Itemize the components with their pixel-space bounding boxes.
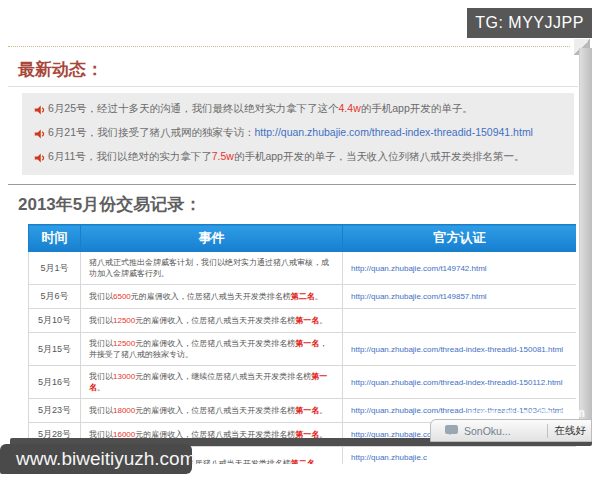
news-highlight: 4.4w [339,102,361,114]
cell-event: 我们以12500元的雇佣收入，位居猪八戒当天开发类排名榜第一名，并接受了猪八戒的… [81,333,343,366]
event-text: 。 [319,316,327,325]
cert-link[interactable]: http://quan.zhubajie.c html [351,453,427,464]
cell-event: 我们以12500元的雇佣收入，位居猪八戒当天开发类排名榜第一名。 [81,309,343,333]
top-dotted-divider [8,46,570,47]
cert-link[interactable]: http://quan.zhubajie.com/thread-index-th… [351,378,563,387]
event-text: 元的雇佣收入，位居猪八戒当天开发类排名榜 [135,406,295,415]
cell-time: 5月23号 [29,399,81,423]
cell-cert: http://quan.zhubajie.com/t149742.html [343,252,577,285]
table-row: 5月10号我们以12500元的雇佣收入，位居猪八戒当天开发类排名榜第一名。 [29,309,577,333]
cell-time: 5月15号 [29,333,81,366]
news-highlight: 7.5w [212,150,234,162]
event-text: 。 [315,292,323,301]
table-header-row: 时间 事件 官方认证 [29,225,577,252]
event-highlight: 第一名 [295,339,319,348]
event-text: 元的雇佣收入，位居猪八戒当天开发类排名榜 [131,292,291,301]
news-text: 6月11号，我们以绝对的实力拿下了7.5w的手机app开发的单子，当天收入位列猪… [48,146,524,166]
event-text: 。 [315,459,323,465]
cell-time: 5月1号 [29,252,81,285]
speaker-icon [34,122,48,146]
column-header-cert: 官方认证 [343,225,577,252]
event-text: 元的雇佣收入，位居猪八戒当天开发类排名榜 [135,316,295,325]
event-highlight: 6500 [113,292,131,301]
event-highlight: 第二名 [291,459,315,465]
cert-link[interactable]: http://quan.zhubajie.com/t149857.html [351,292,487,301]
chat-online-status: 在线好 [555,424,587,438]
table-row: 5月6号我们以6500元的雇佣收入，位居猪八戒当天开发类排名榜第二名。http:… [29,285,577,309]
news-link[interactable]: http://quan.zhubajie.com/thread-index-th… [255,126,533,138]
news-section-title: 最新动态： [8,48,578,87]
event-text: 我们以 [89,316,113,325]
records-section-title: 2013年5月份交易记录： [8,185,578,220]
event-text: 。 [319,406,327,415]
cell-cert: http://quan.zhubajie.com/thread-index-th… [343,366,577,399]
table-row: 5月1号猪八戒正式推出金牌威客计划，我们以绝对实力通过猪八戒审核，成功加入金牌威… [29,252,577,285]
column-header-time: 时间 [29,225,81,252]
event-highlight: 13000 [113,372,135,381]
cell-cert: http://quan.zhubajie.c html [343,447,577,465]
news-text: 6月25号，经过十多天的沟通，我们最终以绝对实力拿下了这个4.4w的手机app开… [48,98,473,118]
news-item: 6月21号，我们接受了猪八戒网的独家专访：http://quan.zhubaji… [34,122,562,146]
event-text: 我们以 [89,372,113,381]
tg-contact-badge: TG: MYYJJPP [467,8,592,38]
speaker-icon [34,146,48,170]
chat-contact-name[interactable]: SonOku... [464,425,547,437]
event-text: 我们以 [89,406,113,415]
event-text: 我们以 [89,339,113,348]
event-highlight: 18000 [113,406,135,415]
news-box: 6月25号，经过十多天的沟通，我们最终以绝对实力拿下了这个4.4w的手机app开… [22,93,574,175]
news-text: 的手机app开发的单子。 [361,102,473,114]
cert-link[interactable]: http://quan.zhubajie.com/t149742.html [351,264,487,273]
cell-event: 猪八戒正式推出金牌威客计划，我们以绝对实力通过猪八戒审核，成功加入金牌威客行列。 [81,252,343,285]
event-text: 元的雇佣收入，继续位居猪八戒当天开发类排名榜 [135,372,311,381]
chat-bar-divider [547,424,548,438]
cell-time: 5月10号 [29,309,81,333]
cell-cert: http://quan.zhubajie.com/t149857.html [343,285,577,309]
cell-event: 我们以18000元的雇佣收入，位居猪八戒当天开发类排名榜第一名。 [81,399,343,423]
cell-time: 5月16号 [29,366,81,399]
news-text: 6月25号，经过十多天的沟通，我们最终以绝对实力拿下了这个 [48,102,339,114]
scrollbar[interactable] [579,48,592,440]
event-highlight: 第一名 [295,316,319,325]
event-highlight: 第二名 [291,292,315,301]
cell-cert: http://quan.zhubajie.com/thread-index-th… [343,333,577,366]
news-text: 6月21号，我们接受了猪八戒网的独家专访：http://quan.zhubaji… [48,122,533,142]
news-item: 6月11号，我们以绝对的实力拿下了7.5w的手机app开发的单子，当天收入位列猪… [34,146,562,170]
cell-event: 我们以13000元的雇佣收入，继续位居猪八戒当天开发类排名榜第一名。 [81,366,343,399]
cell-time: 5月6号 [29,285,81,309]
cell-event: 我们以6500元的雇佣收入，位居猪八戒当天开发类排名榜第二名。 [81,285,343,309]
event-highlight: 第一名 [295,406,319,415]
chat-bubble-icon [445,425,458,434]
event-text: 我们以 [89,292,113,301]
event-highlight: 12500 [113,339,135,348]
chat-widget-bar[interactable]: SonOku... 在线好 [430,419,592,442]
table-row: 5月15号我们以12500元的雇佣收入，位居猪八戒当天开发类排名榜第一名，并接受… [29,333,577,366]
news-item: 6月25号，经过十多天的沟通，我们最终以绝对实力拿下了这个4.4w的手机app开… [34,98,562,122]
watermark: www.maxcity.com [468,406,586,420]
table-row: 5月16号我们以13000元的雇佣收入，继续位居猪八戒当天开发类排名榜第一名。h… [29,366,577,399]
speaker-icon [34,98,48,122]
site-url-banner: www.biweitiyuzh.com [0,444,192,474]
event-text: 元的雇佣收入，位居猪八戒当天开发类排名榜 [135,339,295,348]
cert-link[interactable]: http://quan.zhubajie.com/thread-index-th… [351,345,563,354]
cell-cert [343,309,577,333]
news-text: 6月11号，我们以绝对的实力拿下了 [48,150,212,162]
page-content: 最新动态： 6月25号，经过十多天的沟通，我们最终以绝对实力拿下了这个4.4w的… [8,48,578,464]
news-text: 6月21号，我们接受了猪八戒网的独家专访： [48,126,255,138]
news-text: 的手机app开发的单子，当天收入位列猪八戒开发类排名第一。 [234,150,525,162]
event-text: 猪八戒正式推出金牌威客计划，我们以绝对实力通过猪八戒审核，成功加入金牌威客行列。 [89,258,329,278]
event-text: 。 [97,383,105,392]
event-highlight: 12500 [113,316,135,325]
column-header-event: 事件 [81,225,343,252]
